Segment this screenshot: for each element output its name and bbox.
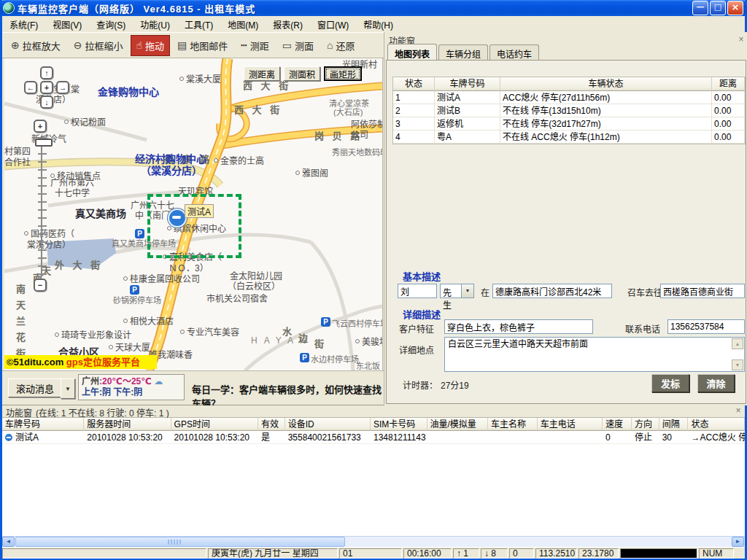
menu-item-5[interactable]: 地图(M) xyxy=(220,16,266,33)
map-label: 经济村购物中心 xyxy=(135,153,206,165)
toolbar-measure-area-button[interactable]: ▭测面 xyxy=(276,35,320,56)
column-header[interactable]: 车牌号码 xyxy=(2,418,84,431)
close-button[interactable]: × xyxy=(727,1,743,15)
status-segment: ↓ 8 xyxy=(481,548,508,559)
menu-item-6[interactable]: 报表(R) xyxy=(266,16,310,33)
pan-up-button[interactable]: ↑ xyxy=(40,66,53,79)
cell: 20101028 10:53:20 xyxy=(84,431,171,444)
detail-address-value: 白云区三元里大道中路天天超市前面 xyxy=(448,339,588,349)
map-canvas[interactable]: 光明新村棠溪大厦金锋购物中心西 大 街西 大 街堂（棠溪分店）权记粉面新城冷气村… xyxy=(4,58,383,370)
column-header[interactable]: 有效 xyxy=(258,418,285,431)
map-tool-button-2[interactable]: 画矩形 xyxy=(324,66,362,81)
scroll-left-icon[interactable]: ◄ xyxy=(2,537,15,547)
table-row[interactable]: 1测试AACC熄火 停车(27d11h56m)0.00 xyxy=(393,91,745,104)
gps-data-table: 车牌号码服务器时间GPS时间有效设备IDSIM卡号码油量/模拟量车主名称车主电话… xyxy=(2,418,745,444)
column-header[interactable]: 车牌号码 xyxy=(435,77,500,91)
column-header[interactable]: 速度 xyxy=(603,418,632,431)
title-bar: 车辆监控客户端（网络版） Ver4.6815 - 出租车模式 — □ × xyxy=(0,0,747,16)
map-label: 金豪的士高 xyxy=(214,157,264,167)
column-header[interactable]: 设备ID xyxy=(285,418,371,431)
parking-icon: P xyxy=(135,229,144,238)
map-mail-label: 地图邮件 xyxy=(190,39,228,52)
vehicle-list-table: 状态车牌号码车辆状态距离1测试AACC熄火 停车(27d11h56m)0.002… xyxy=(392,77,746,144)
chevron-down-icon[interactable]: ▼ xyxy=(461,284,473,298)
clear-button[interactable]: 清除 xyxy=(697,374,735,392)
menu-item-3[interactable]: 功能(U) xyxy=(133,16,177,33)
toolbar-map-mail-button[interactable]: ▤地图邮件 xyxy=(171,35,233,56)
column-header[interactable]: 间隔 xyxy=(659,418,689,431)
function-window-close-icon[interactable]: × xyxy=(736,35,746,45)
cell: 1 xyxy=(393,91,435,104)
map-label: 东北饭 xyxy=(356,362,380,370)
table-row[interactable]: 3返修机不在线 停车(32d17h27m)0.00 xyxy=(393,117,745,131)
column-header[interactable]: GPS时间 xyxy=(171,418,258,431)
zoom-out-button[interactable]: − xyxy=(34,279,47,292)
map-label: 天球大厦 xyxy=(109,343,150,354)
cell: 测试A xyxy=(435,91,500,104)
column-header[interactable]: 车主电话 xyxy=(538,418,603,431)
map-tool-button-0[interactable]: 测距离 xyxy=(244,66,280,81)
pan-down-button[interactable]: ↓ xyxy=(40,96,53,109)
bottom-panel-title: 功能窗 xyxy=(6,406,32,419)
contact-phone-label: 联系电话 xyxy=(625,322,660,335)
map-label: 秀丽天地数码印公司 xyxy=(332,148,383,158)
send-bid-button[interactable]: 发标 xyxy=(651,374,689,392)
column-header[interactable]: 距离 xyxy=(712,77,745,91)
customer-title-select[interactable]: 先生 ▼ xyxy=(440,284,474,298)
table-row[interactable]: 测试A20101028 10:53:2020101028 10:53:20是35… xyxy=(2,431,745,444)
map-label: (大石店) xyxy=(333,108,363,117)
customer-name-input[interactable] xyxy=(398,284,437,298)
menu-item-7[interactable]: 窗口(W) xyxy=(310,16,356,33)
minimize-button[interactable]: — xyxy=(692,1,708,15)
map-tool-button-1[interactable]: 测面积 xyxy=(284,66,320,81)
toolbar-measure-distance-button[interactable]: ┅测距 xyxy=(235,35,274,56)
map-label: 金锋购物中心 xyxy=(98,86,159,98)
pan-left-button[interactable]: ← xyxy=(24,81,37,94)
scroll-message-button[interactable]: 滚动消息 xyxy=(8,378,62,397)
column-header[interactable]: 服务器时间 xyxy=(84,418,171,431)
zoom-out-box-label: 拉框缩小 xyxy=(85,39,123,52)
scroll-down-icon[interactable]: ▼ xyxy=(732,359,743,370)
menu-item-8[interactable]: 帮助(H) xyxy=(356,16,400,33)
column-header[interactable]: 车辆状态 xyxy=(500,77,712,91)
menu-item-4[interactable]: 工具(T) xyxy=(177,16,220,33)
column-header[interactable]: SIM卡号码 xyxy=(371,418,427,431)
column-header[interactable]: 状态 xyxy=(393,77,435,91)
detail-address-textarea[interactable]: 白云区三元里大道中路天天超市前面 ▲ ▼ xyxy=(444,337,745,372)
measure-distance-label: 测距 xyxy=(250,39,269,52)
scroll-up-icon[interactable]: ▲ xyxy=(732,338,743,349)
toolbar-restore-map-button[interactable]: ⌂还原 xyxy=(321,35,360,56)
toolbar-zoom-out-box-button[interactable]: ⊖拉框缩小 xyxy=(68,35,129,56)
pan-center-button[interactable]: + xyxy=(40,81,53,94)
scrollbar-thumb[interactable] xyxy=(15,537,345,547)
bottom-panel-header: 功能窗 (在线: 1 不在线: 8 行驶: 0 停车: 1 ) × xyxy=(2,405,745,418)
pan-right-button[interactable]: → xyxy=(56,81,69,94)
column-header[interactable]: 车主名称 xyxy=(488,418,538,431)
zoom-slider-thumb[interactable] xyxy=(35,139,53,147)
parking-icon: P xyxy=(300,353,309,362)
destination-input[interactable] xyxy=(660,284,745,298)
cell: 不在线 停车(13d15h10m) xyxy=(500,104,712,117)
scroll-message-dropdown[interactable]: ▼ xyxy=(61,378,75,399)
scroll-right-icon[interactable]: ► xyxy=(732,537,744,547)
bottom-panel-close-icon[interactable]: × xyxy=(733,406,743,416)
toolbar-zoom-in-box-button[interactable]: ⊕拉框放大 xyxy=(5,35,66,56)
column-header[interactable]: 状态 xyxy=(688,418,745,431)
contact-phone-input[interactable] xyxy=(667,319,745,334)
menu-item-0[interactable]: 系统(F) xyxy=(2,16,45,33)
restore-button[interactable]: □ xyxy=(710,1,726,15)
column-header[interactable]: 油量/模拟量 xyxy=(427,418,489,431)
vehicle-map-label[interactable]: 测试A xyxy=(185,204,214,218)
toolbar-drag-hand-button[interactable]: ☝拖动 xyxy=(131,35,171,56)
horizontal-scrollbar[interactable]: ◄ ► xyxy=(2,536,745,547)
table-row[interactable]: 4粤A不在线 ACC熄火 停车(1h12m)0.00 xyxy=(393,131,745,144)
menu-item-1[interactable]: 视图(V) xyxy=(45,16,89,33)
zoom-slider[interactable] xyxy=(38,137,47,277)
pickup-location-input[interactable] xyxy=(492,284,612,298)
table-row[interactable]: 2测试B不在线 停车(13d15h10m)0.00 xyxy=(393,104,745,117)
menu-item-2[interactable]: 查询(S) xyxy=(89,16,133,33)
column-header[interactable]: 方向 xyxy=(632,418,659,431)
detail-address-label: 详细地点 xyxy=(399,343,434,356)
zoom-in-button[interactable]: + xyxy=(34,120,47,133)
customer-feature-input[interactable] xyxy=(444,319,593,334)
